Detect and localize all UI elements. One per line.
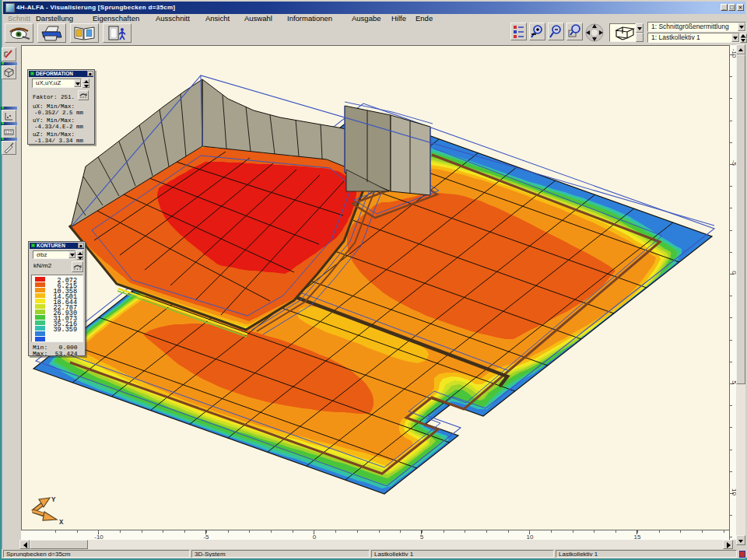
svg-text:Y: Y [51,496,56,504]
svg-text:X: X [59,519,64,527]
svg-text:123: 123 [5,130,12,135]
